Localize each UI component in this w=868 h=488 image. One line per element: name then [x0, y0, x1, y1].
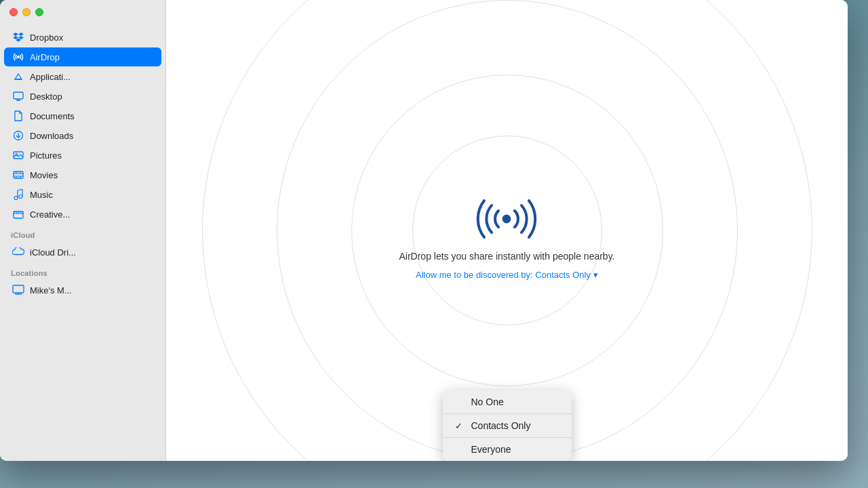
cloud-icon [12, 246, 24, 258]
close-button[interactable] [9, 8, 18, 16]
applications-icon [12, 70, 24, 83]
svg-point-17 [19, 195, 22, 199]
dropdown-label-no-one: No One [471, 396, 504, 407]
movies-icon [12, 169, 24, 181]
sidebar-item-icloud-drive[interactable]: iCloud Dri... [4, 243, 161, 262]
sidebar-item-label-airdrop: AirDrop [30, 52, 60, 62]
sidebar-item-downloads[interactable]: Downloads [4, 126, 161, 145]
sidebar-item-desktop[interactable]: Desktop [4, 87, 161, 106]
finder-window: Dropbox AirDrop Applicati [0, 0, 848, 461]
dropdown-item-no-one[interactable]: No One [443, 390, 572, 414]
pictures-icon [12, 149, 24, 161]
checkmark-contacts-only: ✓ [455, 421, 466, 431]
sidebar-item-label-icloud-drive: iCloud Dri... [30, 247, 76, 258]
creative-icon [12, 208, 24, 220]
sidebar-item-label-movies: Movies [30, 170, 58, 180]
computer-icon [12, 284, 24, 296]
svg-rect-9 [14, 171, 23, 178]
sidebar-item-music[interactable]: Music [4, 185, 161, 204]
desktop-icon [12, 90, 24, 102]
discovery-dropdown-trigger[interactable]: Allow me to be discovered by: Contacts O… [416, 270, 598, 280]
music-icon [12, 188, 24, 201]
svg-point-26 [502, 215, 511, 223]
sidebar-item-label-mikes-mac: Mike's M... [30, 285, 72, 296]
sidebar-item-airdrop[interactable]: AirDrop [4, 47, 161, 66]
airdrop-sidebar-icon [12, 51, 24, 63]
dropdown-label-contacts-only: Contacts Only [471, 420, 531, 431]
discovery-dropdown-menu: No One ✓ Contacts Only Everyone [443, 390, 572, 461]
icloud-section-label: iCloud [0, 224, 165, 242]
sidebar-item-label-downloads: Downloads [30, 131, 73, 141]
discovery-link-text: Allow me to be discovered by: Contacts O… [416, 270, 591, 280]
dropdown-item-everyone[interactable]: Everyone [443, 438, 572, 461]
sidebar-item-label-applications: Applicati... [30, 72, 71, 82]
sidebar-item-pictures[interactable]: Pictures [4, 146, 161, 165]
svg-point-0 [17, 56, 20, 58]
dropdown-item-contacts-only[interactable]: ✓ Contacts Only [443, 414, 572, 438]
sidebar-item-documents[interactable]: Documents [4, 106, 161, 125]
sidebar-item-label-music: Music [30, 190, 53, 200]
svg-rect-23 [13, 285, 24, 293]
locations-section-label: Locations [0, 262, 165, 280]
svg-line-20 [18, 189, 22, 190]
chevron-down-icon: ▾ [593, 270, 598, 280]
downloads-icon [12, 129, 24, 142]
sidebar-item-label-desktop: Desktop [30, 92, 62, 102]
airdrop-main-icon [476, 185, 537, 239]
sidebar-item-movies[interactable]: Movies [4, 165, 161, 184]
sidebar-item-label-documents: Documents [30, 111, 75, 121]
sidebar: Dropbox AirDrop Applicati [0, 0, 166, 461]
maximize-button[interactable] [35, 8, 43, 16]
sidebar-item-label-pictures: Pictures [30, 150, 62, 161]
sidebar-item-dropbox[interactable]: Dropbox [4, 28, 161, 47]
airdrop-description: AirDrop lets you share instantly with pe… [399, 251, 614, 262]
airdrop-center: AirDrop lets you share instantly with pe… [399, 182, 614, 280]
svg-rect-2 [14, 92, 23, 99]
airdrop-icon-wrapper [476, 182, 537, 243]
sidebar-item-applications[interactable]: Applicati... [4, 67, 161, 86]
svg-point-16 [14, 197, 18, 200]
main-content: AirDrop lets you share instantly with pe… [166, 0, 848, 461]
documents-icon [12, 110, 24, 122]
window-controls [9, 8, 43, 16]
svg-rect-7 [14, 152, 23, 159]
sidebar-item-label-creative: Creative... [30, 209, 70, 220]
minimize-button[interactable] [22, 8, 31, 16]
dropbox-icon [12, 31, 24, 43]
sidebar-item-label-dropbox: Dropbox [30, 33, 63, 43]
sidebar-item-creative[interactable]: Creative... [4, 205, 161, 224]
dropdown-label-everyone: Everyone [471, 444, 511, 455]
sidebar-item-mikes-mac[interactable]: Mike's M... [4, 281, 161, 300]
